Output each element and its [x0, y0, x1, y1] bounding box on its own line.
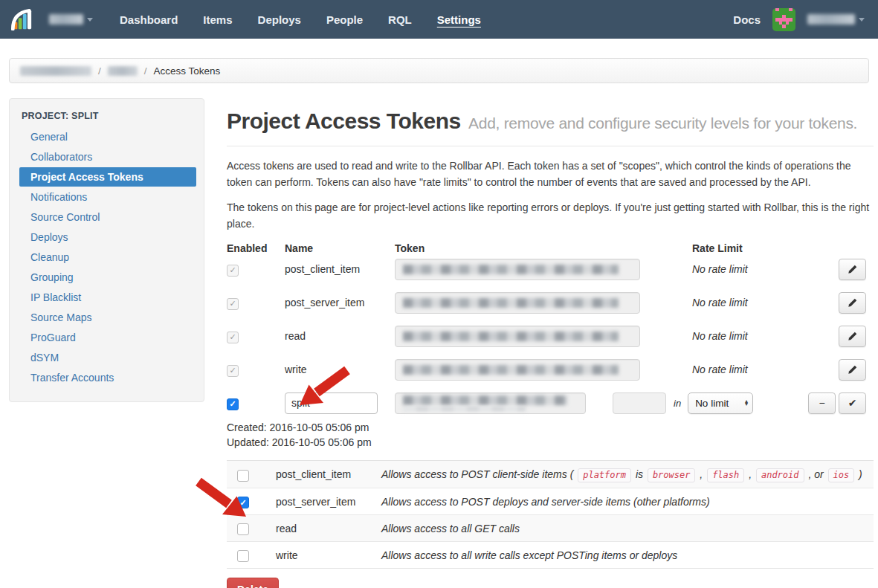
token-value-redacted[interactable]	[395, 292, 640, 314]
chevron-down-icon	[859, 18, 865, 22]
nav-people[interactable]: People	[326, 13, 363, 26]
rollbar-logo-icon	[10, 8, 33, 30]
select-stepper-icon: ▴▾	[745, 400, 748, 407]
pencil-icon	[848, 332, 857, 341]
token-name: read	[285, 330, 395, 342]
rate-limit-window-select[interactable]: No limit ▴▾	[688, 392, 753, 414]
redacted-project-crumb[interactable]	[108, 66, 138, 76]
sidebar-item-project-access-tokens[interactable]: Project Access Tokens	[19, 167, 196, 187]
token-name: post_server_item	[285, 297, 395, 308]
nav-settings[interactable]: Settings	[437, 13, 481, 26]
nav-dashboard[interactable]: Dashboard	[120, 13, 178, 26]
pencil-icon	[848, 365, 857, 375]
breadcrumb-separator: /	[98, 65, 101, 77]
edit-token-button[interactable]	[839, 359, 866, 381]
nav-deploys[interactable]: Deploys	[258, 13, 301, 26]
sidebar-item-deploys[interactable]: Deploys	[19, 227, 196, 247]
project-selector-dropdown[interactable]	[49, 14, 93, 25]
breadcrumb-current: Access Tokens	[154, 65, 221, 77]
tokens-table-header: Enabled Name Token Rate Limit	[227, 242, 874, 254]
token-name: post_client_item	[285, 263, 395, 275]
enabled-checkbox[interactable]: ✓	[227, 332, 239, 343]
redacted-account-crumb[interactable]	[20, 66, 91, 76]
user-menu-dropdown[interactable]	[807, 14, 865, 25]
sidebar-item-cleanup[interactable]: Cleanup	[19, 248, 196, 267]
token-value-redacted[interactable]	[395, 259, 640, 280]
sidebar-item-ip-blacklist[interactable]: IP Blacklist	[19, 288, 196, 307]
main-panel: Project Access Tokens Add, remove and co…	[227, 98, 874, 588]
page-title: Project Access Tokens	[227, 109, 461, 133]
rate-limit-value: No rate limit	[692, 263, 807, 275]
col-rate-limit: Rate Limit	[692, 242, 807, 254]
pixel-avatar-icon	[772, 8, 795, 31]
confirm-new-token-button[interactable]: ✔	[839, 392, 866, 414]
enabled-checkbox[interactable]: ✓	[227, 365, 239, 377]
sidebar-item-general[interactable]: General	[19, 127, 196, 146]
col-enabled: Enabled	[227, 242, 285, 254]
token-row-new-split: ✓ in No limit ▴▾ −	[227, 392, 874, 414]
code-chip-ios: ios	[828, 468, 855, 482]
divider	[227, 146, 874, 146]
sidebar-item-grouping[interactable]: Grouping	[19, 268, 196, 287]
col-token: Token	[395, 242, 692, 254]
sidebar-header: PROJECT: SPLIT	[10, 111, 204, 127]
sidebar-item-collaborators[interactable]: Collaborators	[19, 147, 196, 167]
scope-description: Allows access to POST client-side items …	[381, 468, 874, 480]
code-chip-platform: platform	[578, 468, 631, 482]
sidebar-item-dsym[interactable]: dSYM	[19, 348, 196, 367]
desc-text: , or	[808, 468, 823, 480]
nav-items[interactable]: Items	[203, 13, 232, 26]
delete-button[interactable]: Delete	[227, 578, 279, 588]
intro-paragraph-1: Access tokens are used to read and write…	[227, 158, 874, 190]
scope-name: read	[276, 523, 381, 534]
breadcrumb: / / Access Tokens	[9, 58, 869, 83]
scope-description: Allows access to all GET calls	[381, 523, 874, 534]
pencil-icon	[848, 265, 857, 274]
token-name: write	[285, 364, 395, 375]
col-name: Name	[285, 242, 395, 254]
nav-docs[interactable]: Docs	[733, 13, 761, 26]
edit-token-button[interactable]	[839, 259, 866, 280]
desc-text: ,	[700, 468, 703, 480]
desc-text: is	[636, 468, 643, 480]
new-token-name-input[interactable]	[285, 392, 378, 414]
token-row-post-client-item: ✓ post_client_item No rate limit	[227, 259, 874, 280]
sidebar-item-notifications[interactable]: Notifications	[19, 187, 196, 207]
nav-rql[interactable]: RQL	[388, 13, 412, 26]
scope-checkbox[interactable]: ✓	[237, 470, 249, 482]
edit-token-button[interactable]	[839, 326, 866, 347]
desc-text: ,	[749, 468, 752, 480]
scope-checkbox[interactable]: ✓	[237, 550, 249, 562]
token-row-read: ✓ read No rate limit	[227, 326, 874, 347]
scope-name: post_client_item	[276, 468, 381, 480]
token-value-redacted[interactable]	[395, 392, 586, 414]
rate-limit-value: No rate limit	[692, 297, 807, 308]
scopes-list: ✓ post_client_item Allows access to POST…	[227, 460, 874, 569]
enabled-checkbox[interactable]: ✓	[227, 298, 239, 310]
code-chip-browser: browser	[648, 468, 696, 482]
pencil-icon	[848, 298, 857, 308]
rollbar-logo[interactable]	[10, 8, 33, 30]
rate-limit-count-input[interactable]	[613, 392, 666, 414]
sidebar-item-source-maps[interactable]: Source Maps	[19, 308, 196, 327]
enabled-checkbox-checked[interactable]: ✓	[227, 398, 239, 410]
sidebar-item-source-control[interactable]: Source Control	[19, 207, 196, 227]
code-chip-android: android	[756, 468, 804, 482]
scope-description: Allows access to POST deploys and server…	[381, 496, 874, 508]
sidebar-item-proguard[interactable]: ProGuard	[19, 328, 196, 347]
edit-token-button[interactable]	[839, 292, 866, 314]
intro-paragraph-2: The tokens on this page are for project-…	[227, 200, 874, 232]
scope-checkbox[interactable]: ✓	[237, 523, 249, 535]
user-avatar[interactable]	[772, 8, 795, 31]
token-value-redacted[interactable]	[395, 326, 640, 347]
settings-sidebar: PROJECT: SPLIT General Collaborators Pro…	[9, 98, 204, 402]
remove-new-token-button[interactable]: −	[808, 392, 836, 414]
breadcrumb-separator: /	[144, 65, 147, 77]
updated-timestamp: Updated: 2016-10-05 05:06 pm	[227, 435, 874, 450]
sidebar-item-transfer-accounts[interactable]: Transfer Accounts	[19, 368, 196, 387]
enabled-checkbox[interactable]: ✓	[227, 265, 239, 277]
token-value-redacted[interactable]	[395, 359, 640, 381]
top-navbar: Dashboard Items Deploys People RQL Setti…	[0, 0, 878, 39]
scope-checkbox-checked[interactable]: ✓	[237, 497, 249, 508]
main-nav: Dashboard Items Deploys People RQL Setti…	[120, 13, 481, 26]
